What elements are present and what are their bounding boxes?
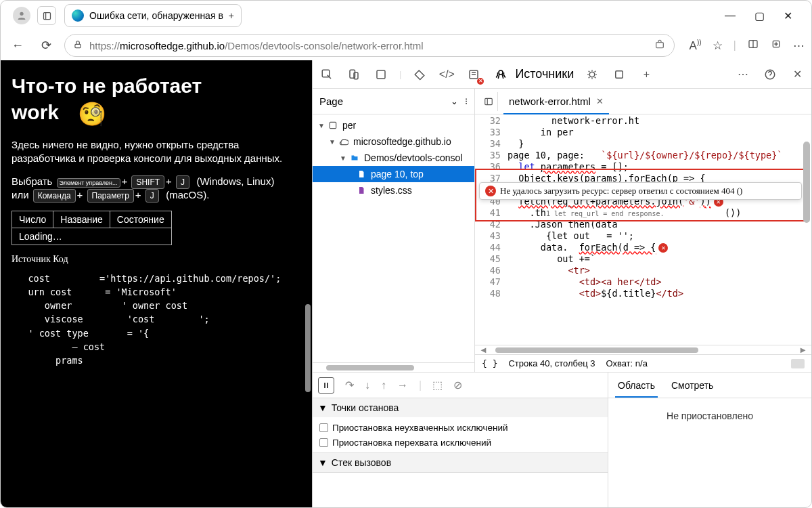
devtools-help-icon[interactable]	[761, 66, 779, 83]
svg-rect-4	[656, 42, 663, 47]
editor-statusbar: { } Строка 40, столбец 3 Охват: n/a	[475, 354, 811, 372]
toggle-navigator-icon[interactable]	[479, 92, 498, 111]
svg-rect-3	[75, 44, 81, 47]
navigator-scrollbar[interactable]	[313, 362, 474, 372]
callstack-section: ▼Стек вызовов	[313, 453, 608, 473]
new-tab-button[interactable]: +	[229, 10, 234, 21]
close-tab-icon[interactable]: ✕	[596, 96, 604, 106]
collections-icon[interactable]	[770, 39, 782, 53]
scope-watch-tabs: Область Смотреть	[608, 373, 811, 398]
navigator-pane: Page ⌄ ⁝ ▼per ▼microsoftedge.github.io ▼…	[313, 89, 475, 372]
code-editor[interactable]: 32 network-error.ht 33 in per 34 } 35pag…	[475, 114, 811, 345]
device-icon[interactable]	[345, 66, 363, 83]
error-icon: ✕	[485, 186, 496, 196]
editor-hscrollbar[interactable]: ◄►	[475, 345, 811, 354]
svg-rect-22	[324, 383, 325, 388]
welcome-tab[interactable]	[372, 66, 390, 83]
shopping-icon[interactable]	[654, 39, 666, 52]
data-table: ЧислоНазваниеСостояние Loading…	[12, 211, 172, 245]
more-tabs-button[interactable]: +	[637, 66, 655, 83]
svg-point-15	[499, 70, 503, 75]
svg-point-16	[590, 72, 595, 77]
performance-tab[interactable]	[583, 66, 601, 83]
sources-tab[interactable]	[492, 66, 510, 83]
tab-title: Ошибка сети, обнаруженная в	[89, 10, 223, 21]
url-path: /Demos/devtools-console/network-error.ht…	[225, 40, 423, 51]
browser-tab[interactable]: Ошибка сети, обнаруженная в +	[64, 4, 242, 27]
svg-rect-1	[43, 12, 50, 19]
devtools-close-icon[interactable]: ✕	[788, 66, 806, 83]
maximize-button[interactable]: ▢	[754, 9, 765, 22]
step-out-icon[interactable]: ↑	[381, 379, 386, 391]
pause-button[interactable]	[318, 377, 334, 394]
favorite-icon[interactable]: ☆	[713, 39, 723, 53]
edge-logo-icon	[72, 9, 84, 22]
network-tab[interactable]: ✕	[465, 66, 482, 83]
deactivate-breakpoints-icon[interactable]: ⬚	[432, 379, 443, 391]
not-paused-message: Не приостановлено	[608, 398, 811, 507]
navigator-tab-page[interactable]: Page	[319, 96, 343, 107]
editor-tabs: network-error.html ✕	[475, 89, 811, 114]
close-button[interactable]: ✕	[784, 9, 792, 22]
profile-avatar[interactable]	[13, 7, 30, 24]
breakpoints-section: ▼Точки останова Приостановка неухваченны…	[313, 398, 608, 453]
watch-tab[interactable]: Смотреть	[669, 373, 716, 398]
page-heading: Что-то не работает work 🧐	[12, 72, 301, 129]
editor-vscrollbar[interactable]	[803, 142, 810, 223]
pause-caught-checkbox[interactable]: Приостановка перехвата исключений	[319, 435, 601, 450]
editor-tab-active[interactable]: network-error.html ✕	[503, 89, 609, 114]
pause-exceptions-icon[interactable]: ⊘	[453, 379, 462, 391]
keyboard-hint: Выбрать Элемент управлен...+ SHIFT+ J (W…	[12, 175, 301, 203]
back-button[interactable]: ←	[7, 35, 28, 56]
debugger-toolbar: ↷ ↓ ↑ → | ⬚ ⊘	[313, 373, 608, 398]
file-tree[interactable]: ▼per ▼microsoftedge.github.io ▼Demos/dev…	[313, 114, 474, 362]
svg-rect-20	[484, 98, 492, 104]
devtools-panel: | </> ✕ Источники + ⋯ ✕ Page ⌄	[312, 60, 811, 507]
cursor-position: Строка 40, столбец 3	[508, 358, 595, 368]
tab-actions-icon[interactable]	[37, 6, 56, 25]
navigator-more-icon[interactable]: ⁝	[465, 96, 468, 106]
window-controls: — ▢ ✕	[725, 9, 806, 22]
page-description: Здесь ничего не видно, нужно открыть сре…	[12, 138, 301, 166]
devtools-more-icon[interactable]: ⋯	[734, 66, 752, 83]
split-screen-icon[interactable]	[747, 39, 759, 53]
chevron-down-icon: ▼	[318, 402, 328, 413]
file-tree-selected: page 10, top	[313, 166, 474, 182]
console-tab[interactable]: </>	[438, 66, 455, 83]
scope-tab[interactable]: Область	[615, 373, 658, 398]
sources-tab-label: Источники	[515, 67, 574, 81]
window-titlebar: Ошибка сети, обнаруженная в + — ▢ ✕	[1, 1, 811, 30]
chevron-down-icon[interactable]: ⌄	[451, 96, 458, 106]
error-marker-icon[interactable]: ✕	[658, 243, 668, 253]
more-icon[interactable]: ⋯	[793, 39, 805, 53]
page-scrollbar[interactable]	[305, 304, 311, 392]
memory-tab[interactable]	[610, 66, 628, 83]
devtools-toolbar: | </> ✕ Источники + ⋯ ✕	[313, 60, 811, 89]
inspect-icon[interactable]	[318, 66, 336, 83]
debugger-pane: ↷ ↓ ↑ → | ⬚ ⊘ ▼Точки останова Приостанов…	[313, 372, 811, 507]
chevron-down-icon: ▼	[318, 457, 328, 468]
source-code-block: Источник Код cost ='https://api.github.c…	[12, 252, 301, 368]
read-aloud-icon[interactable]: A))	[690, 39, 702, 53]
step-over-icon[interactable]: ↷	[345, 379, 354, 391]
error-tooltip: ✕ Не удалось загрузить ресурс: сервер от…	[479, 182, 802, 200]
emoji-icon: 🧐	[78, 101, 106, 127]
address-bar: ← ⟳ https://microsoftedge.github.io/Demo…	[1, 30, 811, 60]
svg-rect-23	[327, 383, 328, 388]
lock-icon	[73, 39, 83, 52]
elements-tab[interactable]	[411, 66, 428, 83]
svg-rect-13	[377, 70, 385, 79]
minimize-button[interactable]: —	[725, 9, 736, 22]
url-input[interactable]: https://microsoftedge.github.io/Demos/de…	[64, 34, 675, 57]
pause-uncaught-checkbox[interactable]: Приостановка неухваченных исключений	[319, 420, 601, 435]
url-host: microsoftedge.github.io	[120, 40, 225, 51]
coverage-status: Охват: n/a	[606, 358, 647, 368]
svg-point-0	[20, 12, 23, 16]
svg-rect-17	[616, 70, 623, 78]
step-into-icon[interactable]: ↓	[365, 379, 370, 391]
refresh-button[interactable]: ⟳	[36, 35, 56, 56]
status-indicator	[791, 359, 805, 368]
step-icon[interactable]: →	[397, 379, 408, 391]
pretty-print-button[interactable]: { }	[482, 358, 497, 368]
page-content: Что-то не работает work 🧐 Здесь ничего н…	[1, 60, 312, 507]
